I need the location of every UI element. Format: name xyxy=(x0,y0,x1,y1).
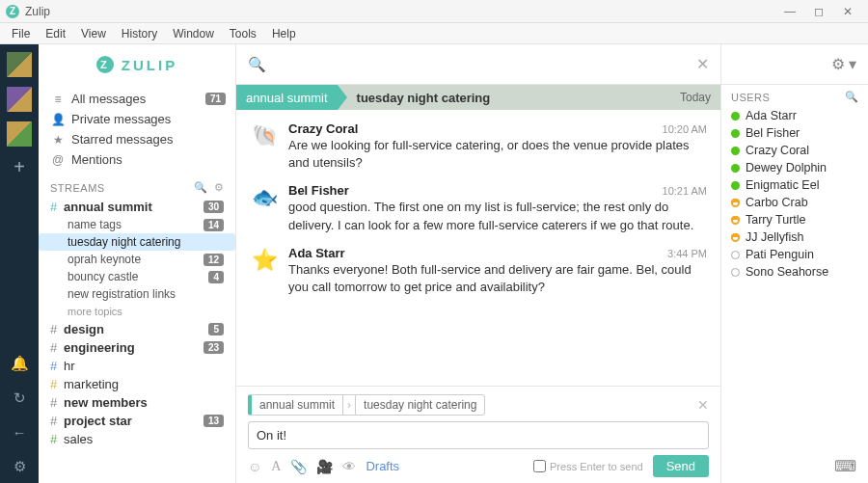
user-dewey-dolphin[interactable]: Dewey Dolphin xyxy=(731,159,858,176)
message-text: Thanks everyone! Both full-service and d… xyxy=(288,261,707,296)
user-ada-starr[interactable]: Ada Starr xyxy=(731,107,858,124)
compose-input[interactable]: On it! xyxy=(248,421,709,449)
press-enter-toggle[interactable]: Press Enter to send xyxy=(533,460,643,472)
stream-design[interactable]: #design5 xyxy=(39,320,235,338)
search-streams-icon[interactable]: 🔍 xyxy=(194,181,208,194)
compose-close-icon[interactable]: ✕ xyxy=(697,397,709,413)
user-tarry-turtle[interactable]: Tarry Turtle xyxy=(731,211,858,228)
stream-chip[interactable]: annual summit xyxy=(236,85,338,110)
badge: 30 xyxy=(203,201,224,213)
hash-icon: # xyxy=(50,359,64,373)
gear-icon[interactable]: ⚙ xyxy=(14,458,26,475)
user-enigmatic-eel[interactable]: Enigmatic Eel xyxy=(731,176,858,194)
format-icon[interactable]: A xyxy=(271,459,281,474)
user-jj-jellyfish[interactable]: JJ Jellyfish xyxy=(731,228,858,246)
bell-icon[interactable]: 🔔 xyxy=(11,355,29,372)
menu-help[interactable]: Help xyxy=(264,27,304,40)
compose-topic-tag[interactable]: tuesday night catering xyxy=(355,394,485,416)
badge: 12 xyxy=(203,254,224,266)
timestamp: 10:21 AM xyxy=(663,185,707,197)
nav-all-messages[interactable]: ≡All messages71 xyxy=(50,89,226,109)
thread-date: Today xyxy=(680,91,711,104)
nav-mentions[interactable]: @Mentions xyxy=(50,149,226,170)
presence-dot xyxy=(731,251,740,259)
minimize-button[interactable]: — xyxy=(775,5,804,18)
menubar: FileEditViewHistoryWindowToolsHelp xyxy=(0,23,868,44)
presence-dot xyxy=(731,233,740,242)
topic-bouncy-castle[interactable]: bouncy castle4 xyxy=(39,268,235,285)
avatar[interactable]: 🐚 xyxy=(250,121,279,150)
user-bel-fisher[interactable]: Bel Fisher xyxy=(731,124,858,142)
user-pati-penguin[interactable]: Pati Penguin xyxy=(731,246,858,263)
add-org-button[interactable]: + xyxy=(14,156,25,178)
brand-logo[interactable]: ZZULIP xyxy=(39,44,235,85)
menu-window[interactable]: Window xyxy=(165,27,222,40)
stream-hr[interactable]: #hr xyxy=(39,357,235,375)
menu-file[interactable]: File xyxy=(4,27,38,40)
compose-stream-tag[interactable]: annual summit xyxy=(248,394,343,416)
clear-search-icon[interactable]: ✕ xyxy=(696,55,709,73)
right-pane: ⚙ ▾ USERS 🔍 Ada StarrBel FisherCrazy Cor… xyxy=(721,44,868,483)
topic-oprah-keynote[interactable]: oprah keynote12 xyxy=(39,251,235,268)
user-carbo-crab[interactable]: Carbo Crab xyxy=(731,194,858,211)
press-enter-checkbox[interactable] xyxy=(533,460,546,472)
streams-gear-icon[interactable]: ⚙ xyxy=(214,181,225,194)
stream-marketing[interactable]: #marketing xyxy=(39,375,235,393)
menu-edit[interactable]: Edit xyxy=(38,27,73,40)
settings-gear-icon[interactable]: ⚙ ▾ xyxy=(831,55,856,73)
timestamp: 3:44 PM xyxy=(667,248,707,259)
topic-name-tags[interactable]: name tags14 xyxy=(39,216,235,233)
sender-name[interactable]: Ada Starr xyxy=(288,246,345,260)
avatar[interactable]: 🐟 xyxy=(250,183,279,212)
org-tile[interactable] xyxy=(7,87,32,112)
presence-dot xyxy=(731,268,740,277)
stream-engineering[interactable]: #engineering23 xyxy=(39,338,235,357)
video-icon[interactable]: 🎥 xyxy=(316,459,333,474)
drafts-link[interactable]: Drafts xyxy=(366,459,399,473)
message-text: good question. The first one on my list … xyxy=(288,199,707,233)
maximize-button[interactable]: ◻ xyxy=(804,5,833,18)
org-tile[interactable] xyxy=(7,121,32,147)
align-icon: ≡ xyxy=(50,93,66,106)
composer: annual summit › tuesday night catering ✕… xyxy=(236,386,720,483)
hash-icon: # xyxy=(50,395,64,410)
users-header: USERS 🔍 xyxy=(721,85,868,107)
topic-title[interactable]: tuesday night catering xyxy=(357,91,680,105)
nav-private-messages[interactable]: 👤Private messages xyxy=(50,109,226,129)
badge: 23 xyxy=(203,341,224,354)
hash-icon: # xyxy=(50,377,64,391)
search-input[interactable] xyxy=(274,57,696,72)
presence-dot xyxy=(731,164,740,173)
topic-new-registration-links[interactable]: new registration links xyxy=(39,285,235,303)
stream-annual-summit[interactable]: #annual summit30 xyxy=(39,198,235,216)
emoji-icon[interactable]: ☺ xyxy=(248,459,261,474)
user-sono-seahorse[interactable]: Sono Seahorse xyxy=(731,263,858,281)
user-crazy-coral[interactable]: Crazy Coral xyxy=(731,142,858,159)
hash-icon: # xyxy=(50,200,64,214)
stream-sales[interactable]: #sales xyxy=(39,430,235,448)
send-button[interactable]: Send xyxy=(653,455,709,477)
preview-icon[interactable]: 👁 xyxy=(342,459,356,474)
close-button[interactable]: ✕ xyxy=(833,5,862,18)
presence-dot xyxy=(731,199,740,207)
menu-view[interactable]: View xyxy=(73,27,114,40)
keyboard-icon[interactable]: ⌨ xyxy=(834,457,856,475)
avatar[interactable]: ⭐ xyxy=(250,246,279,275)
more-topics-link[interactable]: more topics xyxy=(39,303,235,320)
message: ⭐ Ada Starr3:44 PM Thanks everyone! Both… xyxy=(236,240,720,302)
stream-new-members[interactable]: #new members xyxy=(39,393,235,412)
nav-starred-messages[interactable]: ★Starred messages xyxy=(50,129,226,149)
attach-icon[interactable]: 📎 xyxy=(290,459,307,474)
sender-name[interactable]: Bel Fisher xyxy=(288,183,349,198)
badge: 71 xyxy=(205,93,226,105)
back-icon[interactable]: ← xyxy=(13,424,27,441)
org-tile[interactable] xyxy=(7,52,32,77)
streams-header: STREAMS 🔍 ⚙ xyxy=(39,170,235,198)
search-users-icon[interactable]: 🔍 xyxy=(845,91,858,103)
stream-project-star[interactable]: #project star13 xyxy=(39,412,235,430)
reload-icon[interactable]: ↻ xyxy=(14,389,26,407)
menu-tools[interactable]: Tools xyxy=(222,27,264,40)
menu-history[interactable]: History xyxy=(114,27,165,40)
sender-name[interactable]: Crazy Coral xyxy=(288,121,358,136)
topic-tuesday-night-catering[interactable]: tuesday night catering xyxy=(39,233,235,251)
